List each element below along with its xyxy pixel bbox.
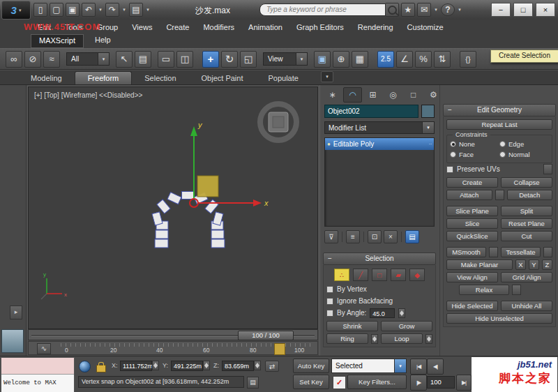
- loop-button[interactable]: Loop: [381, 333, 423, 344]
- ribbon-tab-modeling[interactable]: Modeling: [18, 72, 75, 84]
- snap-toggle-icon[interactable]: 2.5: [377, 51, 394, 68]
- select-and-link-icon[interactable]: ∞: [6, 51, 22, 68]
- window-crossing-icon[interactable]: ◫: [176, 51, 193, 68]
- pin-stack-icon[interactable]: ⊽: [324, 230, 338, 243]
- selected-face-gizmo[interactable]: [197, 176, 218, 197]
- menu-maxscript[interactable]: MAXScript: [31, 34, 84, 48]
- object-color-swatch[interactable]: [421, 105, 435, 118]
- constraint-edge-radio[interactable]: [499, 141, 506, 147]
- by-angle-spinner[interactable]: [398, 308, 405, 318]
- remove-modifier-icon[interactable]: ×: [384, 230, 398, 243]
- undo-icon[interactable]: ↶: [82, 3, 96, 17]
- angle-snap-icon[interactable]: ∠: [396, 51, 413, 68]
- constraint-normal-radio[interactable]: [499, 151, 506, 158]
- polygon-mode-icon[interactable]: ▰: [391, 269, 406, 281]
- menu-animation[interactable]: Animation: [241, 23, 289, 31]
- relax-button[interactable]: Relax: [459, 285, 509, 295]
- msmooth-settings-button[interactable]: [489, 247, 498, 257]
- configure-modifier-sets-icon[interactable]: ▤: [405, 230, 419, 243]
- key-filter-dropdown[interactable]: Selected ▾: [331, 359, 407, 373]
- view-align-button[interactable]: View Align: [446, 272, 498, 282]
- hide-selected-button[interactable]: Hide Selected: [446, 301, 498, 311]
- ribbon-minimize-icon[interactable]: ▾: [321, 71, 333, 82]
- help-caret-icon[interactable]: ▾: [457, 7, 462, 13]
- grow-button[interactable]: Grow: [381, 321, 432, 331]
- coord-z-field[interactable]: 83.659m: [222, 361, 254, 371]
- coord-y-spinner[interactable]: [203, 361, 210, 370]
- modifier-stack[interactable]: ● Editable Poly ∙∙: [324, 137, 435, 227]
- menu-customize[interactable]: Customize: [400, 23, 451, 31]
- loop-spinner[interactable]: [425, 334, 432, 344]
- frame-number-field[interactable]: 100: [427, 376, 455, 389]
- tessellate-button[interactable]: Tessellate: [501, 247, 541, 257]
- coord-x-spinner[interactable]: [152, 361, 159, 370]
- object-name-field[interactable]: Object002: [324, 105, 418, 118]
- viewport-layout-arrow-icon[interactable]: ▸: [10, 306, 22, 319]
- select-and-move-icon[interactable]: +: [202, 51, 219, 68]
- ribbon-tab-freeform[interactable]: Freeform: [75, 71, 133, 84]
- app-menu-button[interactable]: 3 ▾: [1, 1, 31, 20]
- grid-align-button[interactable]: Grid Align: [501, 272, 552, 282]
- selection-rollout-header[interactable]: − Selection: [323, 252, 436, 265]
- planar-z-button[interactable]: Z: [542, 259, 552, 270]
- current-frame-marker[interactable]: [274, 343, 285, 355]
- previous-frame-icon[interactable]: ◀|: [427, 359, 444, 375]
- set-keys-check-icon[interactable]: ✓: [333, 376, 346, 389]
- tab-hierarchy-icon[interactable]: ⊞: [363, 87, 382, 103]
- named-selection-sets-icon[interactable]: {}: [460, 51, 476, 68]
- edge-mode-icon[interactable]: ╱: [353, 269, 368, 281]
- planar-y-button[interactable]: Y: [529, 259, 539, 270]
- preserve-uvs-settings-button[interactable]: [543, 164, 552, 174]
- msmooth-button[interactable]: MSmooth: [446, 247, 486, 257]
- time-slider-handle[interactable]: 100 / 100: [238, 331, 294, 340]
- make-unique-icon[interactable]: ⊡: [368, 230, 382, 243]
- save-file-icon[interactable]: ▣: [66, 3, 80, 17]
- selection-lock-icon[interactable]: [96, 365, 106, 372]
- ignore-backfacing-checkbox[interactable]: [326, 298, 333, 305]
- offset-mode-icon[interactable]: ⇄: [265, 361, 279, 372]
- repeat-last-button[interactable]: Repeat Last: [446, 119, 552, 130]
- split-button[interactable]: Split: [501, 206, 552, 216]
- create-button[interactable]: Create: [446, 177, 498, 188]
- collapse-button[interactable]: Collapse: [501, 177, 552, 188]
- reset-plane-button[interactable]: Reset Plane: [501, 218, 552, 229]
- undo-caret-icon[interactable]: ▾: [98, 7, 103, 13]
- ring-button[interactable]: Ring: [326, 333, 368, 344]
- communication-icon[interactable]: ✉: [417, 3, 431, 17]
- workspace-icon[interactable]: ▤: [129, 3, 143, 17]
- favorites-star-icon[interactable]: ★: [401, 3, 415, 17]
- viewport-label[interactable]: [+] [Top] [Wireframe] <<Disabled>>: [34, 91, 142, 99]
- redo-caret-icon[interactable]: ▾: [121, 7, 127, 13]
- select-and-rotate-icon[interactable]: ↻: [221, 51, 238, 68]
- help-icon[interactable]: ?: [441, 3, 455, 16]
- use-center-icon[interactable]: ▣: [314, 51, 331, 68]
- mini-curve-editor-icon[interactable]: ∿: [37, 343, 51, 354]
- relax-settings-button[interactable]: [512, 285, 521, 295]
- select-by-name-icon[interactable]: ▤: [135, 51, 151, 68]
- menu-graph-editors[interactable]: Graph Editors: [289, 23, 351, 31]
- stack-item-editable-poly[interactable]: ● Editable Poly ∙∙: [325, 138, 434, 150]
- tab-create-icon[interactable]: ∗: [323, 87, 342, 103]
- key-filters-button[interactable]: Key Filters...: [347, 375, 407, 389]
- percent-snap-icon[interactable]: %: [415, 51, 432, 68]
- selection-filter-dropdown[interactable]: All ▾: [66, 52, 110, 66]
- by-angle-checkbox[interactable]: [326, 310, 333, 317]
- maximize-icon[interactable]: □: [513, 3, 533, 17]
- redo-icon[interactable]: ↷: [105, 3, 119, 17]
- search-input[interactable]: Type a keyword or phrase: [259, 3, 391, 16]
- coord-z-spinner[interactable]: [254, 361, 261, 370]
- ribbon-tab-selection[interactable]: Selection: [132, 72, 188, 84]
- slice-button[interactable]: Slice: [446, 218, 498, 229]
- attach-list-button[interactable]: [495, 190, 504, 200]
- infocenter-caret-icon[interactable]: ▾: [433, 7, 439, 13]
- coord-y-field[interactable]: 491.225m: [171, 361, 203, 371]
- go-to-start-icon[interactable]: |◀: [410, 359, 427, 375]
- listener-input-field[interactable]: Welcome to MAX: [1, 375, 74, 392]
- prompt-note-icon[interactable]: ▤: [247, 377, 259, 389]
- rectangular-region-icon[interactable]: ▭: [158, 51, 174, 68]
- show-end-result-icon[interactable]: ≡: [346, 230, 360, 243]
- planar-x-button[interactable]: X: [515, 259, 526, 270]
- slice-plane-button[interactable]: Slice Plane: [446, 206, 498, 216]
- coord-x-field[interactable]: 1111.752m: [120, 361, 152, 371]
- menu-rendering[interactable]: Rendering: [351, 23, 400, 31]
